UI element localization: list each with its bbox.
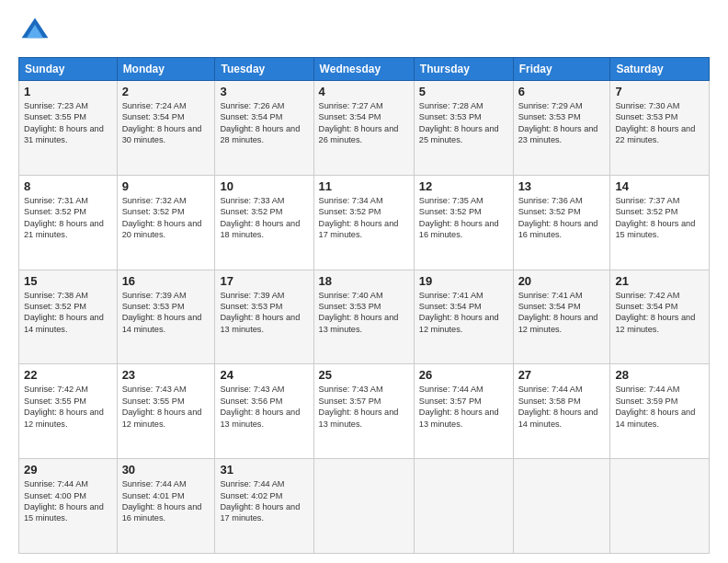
calendar-cell: 18 Sunrise: 7:40 AM Sunset: 3:53 PM Dayl… <box>313 270 414 364</box>
day-info: Sunrise: 7:23 AM Sunset: 3:55 PM Dayligh… <box>24 100 112 146</box>
calendar-cell: 28 Sunrise: 7:44 AM Sunset: 3:59 PM Dayl… <box>610 364 710 459</box>
day-number: 7 <box>615 85 704 98</box>
day-info: Sunrise: 7:31 AM Sunset: 3:52 PM Dayligh… <box>24 195 112 241</box>
weekday-header: Friday <box>513 58 610 81</box>
day-info: Sunrise: 7:44 AM Sunset: 3:57 PM Dayligh… <box>419 384 508 430</box>
header <box>18 15 710 48</box>
calendar-cell: 10 Sunrise: 7:33 AM Sunset: 3:52 PM Dayl… <box>215 175 313 270</box>
day-info: Sunrise: 7:35 AM Sunset: 3:52 PM Dayligh… <box>419 195 508 241</box>
calendar-cell: 9 Sunrise: 7:32 AM Sunset: 3:52 PM Dayli… <box>117 175 215 270</box>
day-info: Sunrise: 7:29 AM Sunset: 3:53 PM Dayligh… <box>518 100 606 146</box>
day-info: Sunrise: 7:32 AM Sunset: 3:52 PM Dayligh… <box>122 195 210 241</box>
weekday-header: Saturday <box>610 58 710 81</box>
calendar-header-row: SundayMondayTuesdayWednesdayThursdayFrid… <box>19 58 710 81</box>
day-number: 1 <box>24 85 112 98</box>
weekday-header: Sunday <box>19 58 118 81</box>
day-info: Sunrise: 7:44 AM Sunset: 3:58 PM Dayligh… <box>518 384 606 430</box>
day-info: Sunrise: 7:41 AM Sunset: 3:54 PM Dayligh… <box>518 290 606 336</box>
day-info: Sunrise: 7:36 AM Sunset: 3:52 PM Dayligh… <box>518 195 606 241</box>
calendar-cell <box>513 459 610 554</box>
calendar-cell: 19 Sunrise: 7:41 AM Sunset: 3:54 PM Dayl… <box>414 270 513 364</box>
calendar-cell: 8 Sunrise: 7:31 AM Sunset: 3:52 PM Dayli… <box>19 175 118 270</box>
day-info: Sunrise: 7:28 AM Sunset: 3:53 PM Dayligh… <box>419 100 508 146</box>
day-number: 25 <box>319 368 409 382</box>
day-info: Sunrise: 7:38 AM Sunset: 3:52 PM Dayligh… <box>24 290 112 336</box>
day-number: 22 <box>24 368 112 382</box>
day-number: 28 <box>615 368 704 382</box>
day-info: Sunrise: 7:34 AM Sunset: 3:52 PM Dayligh… <box>319 195 409 241</box>
calendar-cell: 1 Sunrise: 7:23 AM Sunset: 3:55 PM Dayli… <box>19 81 118 176</box>
day-number: 8 <box>24 179 112 193</box>
day-number: 15 <box>24 274 112 288</box>
day-number: 13 <box>518 179 606 193</box>
day-number: 30 <box>122 463 210 477</box>
day-number: 16 <box>122 274 210 288</box>
day-number: 11 <box>319 179 409 193</box>
day-number: 14 <box>615 179 704 193</box>
calendar-cell: 21 Sunrise: 7:42 AM Sunset: 3:54 PM Dayl… <box>610 270 710 364</box>
day-info: Sunrise: 7:44 AM Sunset: 3:59 PM Dayligh… <box>615 384 704 430</box>
day-info: Sunrise: 7:27 AM Sunset: 3:54 PM Dayligh… <box>319 100 409 146</box>
day-number: 21 <box>615 274 704 288</box>
calendar-cell: 16 Sunrise: 7:39 AM Sunset: 3:53 PM Dayl… <box>117 270 215 364</box>
day-number: 2 <box>122 85 210 98</box>
day-number: 19 <box>419 274 508 288</box>
logo <box>18 15 55 48</box>
calendar-cell <box>610 459 710 554</box>
day-number: 6 <box>518 85 606 98</box>
calendar-week-row: 8 Sunrise: 7:31 AM Sunset: 3:52 PM Dayli… <box>19 175 710 270</box>
day-info: Sunrise: 7:26 AM Sunset: 3:54 PM Dayligh… <box>220 100 308 146</box>
calendar-cell: 23 Sunrise: 7:43 AM Sunset: 3:55 PM Dayl… <box>117 364 215 459</box>
calendar-cell <box>414 459 513 554</box>
calendar-table: SundayMondayTuesdayWednesdayThursdayFrid… <box>18 57 710 554</box>
calendar-body: 1 Sunrise: 7:23 AM Sunset: 3:55 PM Dayli… <box>19 81 710 554</box>
calendar-cell: 14 Sunrise: 7:37 AM Sunset: 3:52 PM Dayl… <box>610 175 710 270</box>
calendar-cell: 30 Sunrise: 7:44 AM Sunset: 4:01 PM Dayl… <box>117 459 215 554</box>
calendar-cell: 6 Sunrise: 7:29 AM Sunset: 3:53 PM Dayli… <box>513 81 610 176</box>
day-info: Sunrise: 7:39 AM Sunset: 3:53 PM Dayligh… <box>122 290 210 336</box>
calendar-cell: 22 Sunrise: 7:42 AM Sunset: 3:55 PM Dayl… <box>19 364 118 459</box>
calendar-cell: 4 Sunrise: 7:27 AM Sunset: 3:54 PM Dayli… <box>313 81 414 176</box>
weekday-header: Wednesday <box>313 58 414 81</box>
day-info: Sunrise: 7:33 AM Sunset: 3:52 PM Dayligh… <box>220 195 308 241</box>
day-number: 18 <box>319 274 409 288</box>
calendar-cell <box>313 459 414 554</box>
day-info: Sunrise: 7:41 AM Sunset: 3:54 PM Dayligh… <box>419 290 508 336</box>
day-number: 23 <box>122 368 210 382</box>
calendar-cell: 26 Sunrise: 7:44 AM Sunset: 3:57 PM Dayl… <box>414 364 513 459</box>
day-info: Sunrise: 7:24 AM Sunset: 3:54 PM Dayligh… <box>122 100 210 146</box>
day-number: 17 <box>220 274 308 288</box>
calendar-cell: 15 Sunrise: 7:38 AM Sunset: 3:52 PM Dayl… <box>19 270 118 364</box>
day-info: Sunrise: 7:42 AM Sunset: 3:55 PM Dayligh… <box>24 384 112 430</box>
calendar-cell: 11 Sunrise: 7:34 AM Sunset: 3:52 PM Dayl… <box>313 175 414 270</box>
page: SundayMondayTuesdayWednesdayThursdayFrid… <box>0 0 728 563</box>
day-number: 29 <box>24 463 112 477</box>
day-number: 10 <box>220 179 308 193</box>
calendar-week-row: 29 Sunrise: 7:44 AM Sunset: 4:00 PM Dayl… <box>19 459 710 554</box>
calendar-cell: 25 Sunrise: 7:43 AM Sunset: 3:57 PM Dayl… <box>313 364 414 459</box>
day-number: 20 <box>518 274 606 288</box>
day-number: 24 <box>220 368 308 382</box>
calendar-cell: 3 Sunrise: 7:26 AM Sunset: 3:54 PM Dayli… <box>215 81 313 176</box>
calendar-cell: 31 Sunrise: 7:44 AM Sunset: 4:02 PM Dayl… <box>215 459 313 554</box>
day-number: 9 <box>122 179 210 193</box>
calendar-cell: 29 Sunrise: 7:44 AM Sunset: 4:00 PM Dayl… <box>19 459 118 554</box>
day-number: 5 <box>419 85 508 98</box>
day-info: Sunrise: 7:42 AM Sunset: 3:54 PM Dayligh… <box>615 290 704 336</box>
day-info: Sunrise: 7:37 AM Sunset: 3:52 PM Dayligh… <box>615 195 704 241</box>
day-info: Sunrise: 7:39 AM Sunset: 3:53 PM Dayligh… <box>220 290 308 336</box>
day-number: 27 <box>518 368 606 382</box>
calendar-week-row: 22 Sunrise: 7:42 AM Sunset: 3:55 PM Dayl… <box>19 364 710 459</box>
weekday-header: Tuesday <box>215 58 313 81</box>
logo-icon <box>18 15 51 48</box>
day-info: Sunrise: 7:43 AM Sunset: 3:57 PM Dayligh… <box>319 384 409 430</box>
calendar-cell: 12 Sunrise: 7:35 AM Sunset: 3:52 PM Dayl… <box>414 175 513 270</box>
day-number: 4 <box>319 85 409 98</box>
day-number: 3 <box>220 85 308 98</box>
calendar-cell: 17 Sunrise: 7:39 AM Sunset: 3:53 PM Dayl… <box>215 270 313 364</box>
day-info: Sunrise: 7:44 AM Sunset: 4:02 PM Dayligh… <box>220 478 308 524</box>
day-info: Sunrise: 7:44 AM Sunset: 4:00 PM Dayligh… <box>24 478 112 524</box>
day-info: Sunrise: 7:44 AM Sunset: 4:01 PM Dayligh… <box>122 478 210 524</box>
calendar-week-row: 1 Sunrise: 7:23 AM Sunset: 3:55 PM Dayli… <box>19 81 710 176</box>
calendar-cell: 13 Sunrise: 7:36 AM Sunset: 3:52 PM Dayl… <box>513 175 610 270</box>
